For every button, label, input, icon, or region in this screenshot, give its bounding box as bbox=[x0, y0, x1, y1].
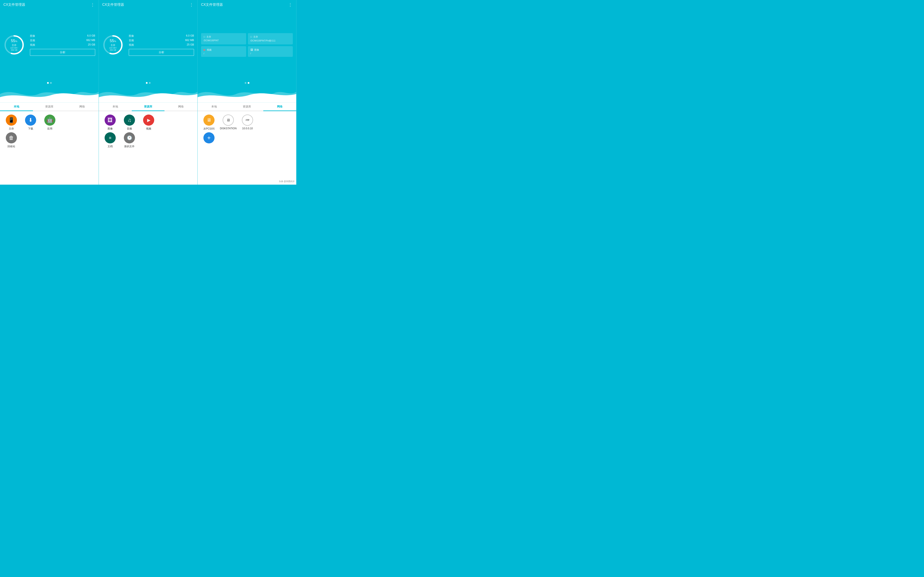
menu-icon-3[interactable]: ⋮ bbox=[288, 2, 293, 7]
menu-icon-2[interactable]: ⋮ bbox=[189, 2, 194, 7]
panel-network: CX文件管理器 ⋮ □ 主存 /DCIM/100PINT □ 主存 /DCIM/… bbox=[198, 0, 296, 185]
icons-row-3-1: 🖥 从PC访问 🖥 DISKSTATION FTP 10.0.0.10 bbox=[199, 114, 294, 131]
video-label-2: 视频 bbox=[146, 127, 151, 131]
header-1: CX文件管理器 ⋮ bbox=[0, 0, 99, 10]
stats-section-2: 图像 6.0 GB 音频 662 MB 视频 25 GB 分析 bbox=[129, 34, 194, 56]
tab-network-1[interactable]: 网络 bbox=[66, 103, 99, 111]
icons-area-2: 🖼 图像 ♫ 音频 ▶ 视频 ≡ 文档 🕐 新的文件 bbox=[99, 111, 197, 185]
pc-access-label-3: 从PC访问 bbox=[204, 127, 215, 131]
dot-1-inactive[interactable] bbox=[50, 82, 52, 84]
stat-video-2: 视频 25 GB bbox=[129, 43, 194, 47]
mini-card-path-3: / bbox=[204, 52, 244, 55]
trash-label-1: 回收站 bbox=[8, 145, 15, 148]
audio-label-2: 音频 bbox=[127, 127, 132, 131]
icon-storage-1[interactable]: 📱 主存 bbox=[2, 114, 21, 131]
diskstation-label-3: DISKSTATION bbox=[220, 127, 237, 130]
newfile-icon-2: 🕐 bbox=[124, 132, 135, 143]
mini-card-title-3: 视频 bbox=[207, 48, 212, 52]
tabs-3: 本地 资源库 网络 bbox=[198, 103, 296, 111]
audio-icon-2: ♫ bbox=[124, 114, 135, 126]
download-label-1: 下载 bbox=[28, 127, 33, 131]
card-area-2: 55% 主存 143 GB / 256 GB 图像 6.0 GB 音频 662 … bbox=[99, 10, 197, 81]
mini-card-icon-1: □ bbox=[204, 35, 205, 38]
tab-local-1[interactable]: 本地 bbox=[0, 103, 33, 111]
icons-row-2-2: ≡ 文档 🕐 新的文件 bbox=[100, 132, 196, 148]
stats-list-2: 图像 6.0 GB 音频 662 MB 视频 25 GB bbox=[129, 34, 194, 47]
stat-images-2: 图像 6.0 GB bbox=[129, 34, 194, 38]
stat-video-1: 视频 25 GB bbox=[30, 43, 95, 47]
analyze-button-1[interactable]: 分析 bbox=[30, 49, 95, 56]
fab-add-3[interactable]: + bbox=[204, 132, 215, 143]
pc-access-icon-3: 🖥 bbox=[204, 114, 215, 126]
mini-card-path-1: /DCIM/100PINT bbox=[204, 39, 244, 42]
stat-audio-2: 音频 662 MB bbox=[129, 39, 194, 42]
dots-2 bbox=[99, 81, 197, 85]
app-title-3: CX文件管理器 bbox=[201, 3, 223, 7]
tab-resources-2[interactable]: 资源库 bbox=[132, 103, 165, 111]
tab-network-3[interactable]: 网络 bbox=[263, 103, 296, 111]
header-2: CX文件管理器 ⋮ bbox=[99, 0, 197, 10]
icons-area-1: 📱 主存 ⬇ 下载 🤖 应用 🗑 回收站 bbox=[0, 111, 99, 185]
card-area-3: □ 主存 /DCIM/100PINT □ 主存 /DCIM/100PINT/Pi… bbox=[198, 10, 296, 81]
dot-3-inactive[interactable] bbox=[245, 82, 246, 84]
dot-1-active[interactable] bbox=[47, 82, 49, 84]
app-title-1: CX文件管理器 bbox=[3, 3, 25, 7]
analyze-button-2[interactable]: 分析 bbox=[129, 49, 194, 56]
mini-card-video-1[interactable]: ▶ 视频 / bbox=[201, 46, 246, 57]
dot-2-inactive[interactable] bbox=[149, 82, 150, 84]
icons-area-3: 🖥 从PC访问 🖥 DISKSTATION FTP 10.0.0.10 + bbox=[198, 111, 296, 185]
card-area-1: 55% 主存 143 GB / 256 GB 图像 6.0 GB 音频 662 … bbox=[0, 10, 99, 81]
icons-row-1-2: 🗑 回收站 bbox=[2, 132, 97, 148]
tab-local-2[interactable]: 本地 bbox=[99, 103, 132, 111]
panel-local: CX文件管理器 ⋮ 55% 主存 143 GB / 256 GB 图像 bbox=[0, 0, 99, 185]
tab-resources-3[interactable]: 资源库 bbox=[231, 103, 263, 111]
mini-card-storage-2[interactable]: □ 主存 /DCIM/100PINT/Pin图/111 bbox=[248, 33, 293, 44]
trash-icon-1: 🗑 bbox=[6, 132, 17, 143]
docs-label-2: 文档 bbox=[108, 145, 113, 148]
stats-section-1: 图像 6.0 GB 音频 662 MB 视频 25 GB 分析 bbox=[30, 34, 95, 56]
tab-local-3[interactable]: 本地 bbox=[198, 103, 231, 111]
tab-network-2[interactable]: 网络 bbox=[165, 103, 197, 111]
menu-icon-1[interactable]: ⋮ bbox=[90, 2, 95, 7]
icon-images-2[interactable]: 🖼 图像 bbox=[100, 114, 120, 131]
dots-1 bbox=[0, 81, 99, 85]
tabs-2: 本地 资源库 网络 bbox=[99, 103, 197, 111]
storage-circle-2: 55% 主存 143 GB / 256 GB bbox=[102, 34, 124, 56]
icons-row-3-2: + bbox=[199, 132, 294, 145]
storage-card-2: 55% 主存 143 GB / 256 GB 图像 6.0 GB 音频 662 … bbox=[102, 34, 194, 56]
tab-resources-1[interactable]: 资源库 bbox=[33, 103, 66, 111]
stat-images-1: 图像 6.0 GB bbox=[30, 34, 95, 38]
mini-card-icon-4: 🖼 bbox=[250, 48, 253, 51]
mini-card-title-2: 主存 bbox=[253, 35, 258, 39]
app-label-1: 应用 bbox=[47, 127, 52, 131]
download-icon-1: ⬇ bbox=[25, 114, 36, 126]
mini-card-path-4: / bbox=[250, 52, 291, 55]
icon-pc-access-3[interactable]: 🖥 从PC访问 bbox=[199, 114, 219, 131]
watermark: 头条 @亲爱的汐 bbox=[279, 180, 294, 183]
icon-audio-2[interactable]: ♫ 音频 bbox=[120, 114, 139, 131]
panel-resources: CX文件管理器 ⋮ 55% 主存 143 GB / 256 GB 图像 bbox=[99, 0, 198, 185]
icon-download-1[interactable]: ⬇ 下载 bbox=[21, 114, 40, 131]
mini-card-storage-1[interactable]: □ 主存 /DCIM/100PINT bbox=[201, 33, 246, 44]
diskstation-icon-3: 🖥 bbox=[223, 114, 234, 126]
dot-2-active[interactable] bbox=[146, 82, 148, 84]
icon-app-1[interactable]: 🤖 应用 bbox=[40, 114, 60, 131]
video-icon-2: ▶ bbox=[143, 114, 154, 126]
icons-row-1-1: 📱 主存 ⬇ 下载 🤖 应用 bbox=[2, 114, 97, 131]
app-title-2: CX文件管理器 bbox=[102, 3, 124, 7]
mini-card-image-1[interactable]: 🖼 图像 / bbox=[248, 46, 293, 57]
wave-1 bbox=[0, 85, 99, 103]
storage-sub-1: 143 GB / 256 GB bbox=[9, 47, 19, 51]
icon-diskstation-3[interactable]: 🖥 DISKSTATION bbox=[219, 114, 238, 131]
storage-label-1: 主存 bbox=[9, 44, 19, 47]
icon-newfile-2[interactable]: 🕐 新的文件 bbox=[120, 132, 139, 148]
header-3: CX文件管理器 ⋮ bbox=[198, 0, 296, 10]
icon-video-2[interactable]: ▶ 视频 bbox=[139, 114, 158, 131]
dots-3 bbox=[198, 81, 296, 85]
storage-label-2: 主存 bbox=[108, 44, 118, 47]
icon-ftp-3[interactable]: FTP 10.0.0.10 bbox=[238, 114, 257, 131]
dot-3-active[interactable] bbox=[248, 82, 249, 84]
icon-add-3[interactable]: + bbox=[199, 132, 219, 145]
icon-docs-2[interactable]: ≡ 文档 bbox=[100, 132, 120, 148]
icon-trash-1[interactable]: 🗑 回收站 bbox=[2, 132, 21, 148]
